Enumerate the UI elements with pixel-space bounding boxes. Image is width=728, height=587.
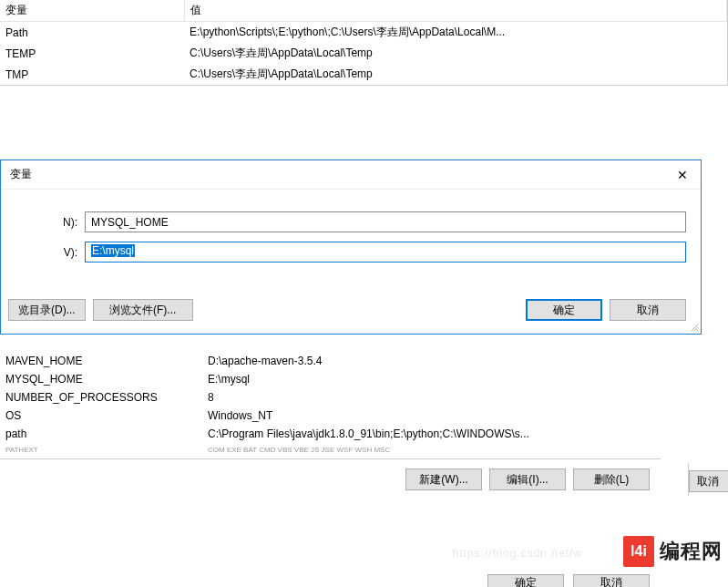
browse-file-button[interactable]: 浏览文件(F)...: [93, 299, 193, 321]
dialog-titlebar[interactable]: 变量 ✕: [1, 160, 701, 190]
table-row[interactable]: OS Windows_NT: [0, 407, 661, 425]
bottom-cancel-button[interactable]: 取消: [573, 574, 650, 587]
table-header-row: 变量 值: [0, 0, 727, 22]
bottom-button-bar: 确定 取消: [0, 560, 661, 587]
var-value: C:\Users\李垚周\AppData\Local\Temp: [184, 64, 727, 85]
col-header-variable[interactable]: 变量: [0, 0, 184, 22]
cancel-button[interactable]: 取消: [610, 299, 686, 321]
table-row[interactable]: MAVEN_HOME D:\apache-maven-3.5.4: [0, 352, 661, 370]
browse-directory-button[interactable]: 览目录(D)...: [8, 299, 86, 321]
var-name: TMP: [0, 64, 184, 85]
table-row[interactable]: TEMP C:\Users\李垚周\AppData\Local\Temp: [0, 43, 727, 64]
var-name: PATHEXT: [0, 443, 202, 457]
table-row[interactable]: MYSQL_HOME E:\mysql: [0, 370, 661, 388]
table-row[interactable]: Path E:\python\Scripts\;E:\python\;C:\Us…: [0, 22, 727, 44]
var-value: Windows_NT: [202, 407, 661, 425]
var-value: E:\python\Scripts\;E:\python\;C:\Users\李…: [184, 22, 727, 44]
table-row[interactable]: PATHEXT COM EXE BAT CMD VBS VBE JS JSE W…: [0, 443, 661, 457]
table-row[interactable]: NUMBER_OF_PROCESSORS 8: [0, 388, 661, 407]
var-name: MAVEN_HOME: [0, 352, 202, 370]
var-value: D:\apache-maven-3.5.4: [202, 352, 661, 370]
var-name: NUMBER_OF_PROCESSORS: [0, 388, 202, 407]
dialog-title: 变量: [1, 167, 664, 182]
new-button[interactable]: 新建(W)...: [405, 469, 482, 490]
variable-name-input[interactable]: [85, 211, 686, 232]
delete-button[interactable]: 删除(L): [573, 469, 650, 490]
resize-grip-icon[interactable]: [689, 322, 698, 331]
table-row[interactable]: path C:\Program Files\java\jdk1.8.0_91\b…: [0, 425, 661, 443]
var-value: COM EXE BAT CMD VBS VBE JS JSE WSF WSH M…: [202, 443, 661, 457]
outer-cancel-button[interactable]: 取消: [689, 470, 728, 492]
system-variables-area: MAVEN_HOME D:\apache-maven-3.5.4 MYSQL_H…: [0, 352, 661, 490]
watermark-logo-icon: l4i: [623, 536, 654, 567]
watermark-brand: 编程网: [660, 538, 723, 565]
user-variables-table: 变量 值 Path E:\python\Scripts\;E:\python\;…: [0, 0, 728, 86]
variable-name-label: N):: [1, 216, 85, 229]
watermark-url: https://blog.csdn.net/w: [453, 547, 582, 560]
table-row[interactable]: TMP C:\Users\李垚周\AppData\Local\Temp: [0, 64, 727, 85]
watermark: l4i 编程网: [623, 536, 723, 567]
var-name: Path: [0, 22, 184, 44]
var-value: C:\Program Files\java\jdk1.8.0_91\bin;E:…: [202, 425, 661, 443]
var-name: MYSQL_HOME: [0, 370, 202, 388]
close-button[interactable]: ✕: [664, 162, 701, 188]
ok-button[interactable]: 确定: [526, 299, 602, 321]
var-value: C:\Users\李垚周\AppData\Local\Temp: [184, 43, 727, 64]
edit-variable-dialog: 变量 ✕ N): V): E:\mysql 览目录(D)... 浏览文件(F).…: [0, 160, 702, 335]
var-value: E:\mysql: [202, 370, 661, 388]
col-header-value[interactable]: 值: [184, 0, 727, 22]
edit-button[interactable]: 编辑(I)...: [489, 469, 566, 490]
outer-panel-fragment: 取消: [688, 463, 728, 496]
var-value: 8: [202, 388, 661, 407]
var-name: path: [0, 425, 202, 443]
variable-value-label: V):: [1, 246, 85, 259]
variable-value-input[interactable]: [85, 242, 686, 263]
var-name: OS: [0, 407, 202, 425]
var-name: TEMP: [0, 43, 184, 64]
close-icon: ✕: [677, 168, 688, 182]
bottom-ok-button[interactable]: 确定: [487, 574, 564, 587]
